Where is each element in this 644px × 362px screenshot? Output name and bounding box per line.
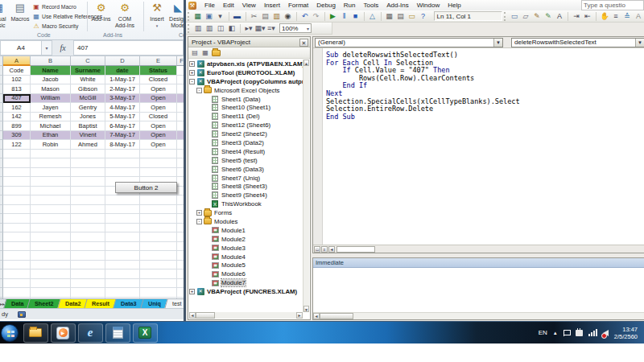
view-excel-icon[interactable]: ▦	[192, 11, 203, 22]
empty-cell[interactable]	[177, 113, 184, 122]
outdent-icon[interactable]: ⇤	[583, 11, 593, 22]
empty-cell[interactable]	[71, 232, 105, 242]
empty-cell[interactable]	[31, 187, 71, 196]
scroll-left-arrow[interactable]: ◄	[313, 313, 320, 319]
menu-format[interactable]: Format	[284, 2, 312, 9]
column-header-A[interactable]: A	[3, 56, 31, 66]
empty-cell[interactable]	[177, 131, 184, 141]
column-header-D[interactable]: D	[105, 56, 140, 66]
tree-item[interactable]: -Microsoft Excel Objects	[189, 86, 303, 95]
menu-file[interactable]: File	[200, 2, 219, 9]
group-icon[interactable]: ◫	[216, 23, 226, 34]
empty-cell[interactable]	[177, 84, 184, 94]
empty-cell[interactable]	[177, 224, 184, 233]
cell[interactable]: White	[71, 76, 105, 85]
bring-front-icon[interactable]: ▥	[193, 23, 204, 34]
find-icon[interactable]: ◉	[283, 11, 293, 22]
menu-debug[interactable]: Debug	[312, 2, 340, 9]
cell[interactable]: Closed	[140, 76, 177, 85]
save-icon[interactable]: ▬	[232, 11, 242, 22]
empty-cell[interactable]	[3, 232, 31, 242]
code-line[interactable]: End If	[326, 82, 644, 90]
tree-item[interactable]: XThisWorkbook	[189, 200, 303, 208]
cell[interactable]: 6-May-17	[105, 121, 140, 131]
volume-muted-icon[interactable]	[603, 330, 609, 336]
toolbox-icon[interactable]: ▭	[407, 11, 417, 22]
empty-cell[interactable]	[105, 205, 140, 215]
cell[interactable]: Jacob	[31, 76, 71, 85]
collapse-icon[interactable]: -	[189, 79, 195, 84]
cell[interactable]: Michael	[31, 121, 71, 131]
tree-item[interactable]: Sheet10 (Sheet1)	[189, 103, 303, 112]
list-properties-icon[interactable]: ▭	[510, 11, 520, 22]
expand-icon[interactable]: +	[189, 61, 195, 67]
empty-cell[interactable]	[71, 224, 105, 233]
empty-cell[interactable]	[105, 195, 140, 205]
empty-cell[interactable]	[105, 168, 140, 178]
empty-cell[interactable]	[177, 187, 184, 196]
empty-cell[interactable]	[71, 187, 105, 196]
empty-cell[interactable]	[31, 251, 71, 261]
cell[interactable]: Ahmed	[71, 140, 105, 150]
properties-icon[interactable]: ▤	[395, 11, 406, 22]
tree-item[interactable]: Sheet11 (Del)	[189, 112, 303, 121]
column-header-C[interactable]: C	[71, 56, 105, 66]
scroll-left-arrow[interactable]: ◄	[189, 312, 196, 319]
empty-cell[interactable]	[31, 177, 71, 187]
tree-item[interactable]: Sheet2 (Sheet2)	[189, 130, 303, 138]
table-header-cell[interactable]: Name	[31, 66, 71, 76]
empty-cell[interactable]	[105, 150, 140, 159]
cell[interactable]: Jayen	[31, 103, 71, 113]
procedure-dropdown[interactable]: deleteRowswithSelectedText ▼	[511, 38, 644, 47]
empty-cell[interactable]	[71, 195, 105, 205]
complete-word-icon[interactable]: A	[555, 11, 565, 22]
project-tree-vertical-scrollbar[interactable]: ▲ ▼	[303, 60, 309, 312]
start-button[interactable]	[1, 324, 19, 342]
help-icon[interactable]: ?	[418, 11, 428, 22]
empty-cell[interactable]	[177, 242, 184, 252]
empty-cell[interactable]	[177, 177, 184, 187]
empty-cell[interactable]	[3, 288, 31, 298]
cell[interactable]: William	[31, 94, 71, 104]
cell[interactable]: Robin	[31, 140, 71, 150]
immediate-window-body[interactable]	[313, 268, 644, 312]
taskbar-item-media-player[interactable]: ▶	[51, 323, 76, 343]
spreadsheet-grid[interactable]: ABCDEFCodeNameSurnamedateStatus102JacobW…	[0, 56, 184, 298]
cell[interactable]: 8-May-17	[105, 140, 140, 150]
center-icon[interactable]: ▦▾	[255, 23, 266, 34]
scroll-up-arrow[interactable]: ▲	[303, 60, 309, 66]
empty-cell[interactable]	[177, 94, 184, 104]
empty-cell[interactable]	[105, 269, 140, 279]
comment-block-icon[interactable]: ✋	[600, 11, 610, 22]
empty-cell[interactable]	[105, 279, 140, 289]
formula-input[interactable]: 407	[73, 40, 184, 56]
empty-cell[interactable]	[177, 269, 184, 279]
empty-cell[interactable]	[140, 232, 177, 242]
tree-item[interactable]: Sheet6 (Data3)	[189, 165, 303, 174]
list-constants-icon[interactable]: ▱	[521, 11, 531, 22]
sheet-tab-test[interactable]: test	[164, 299, 184, 308]
immediate-window-title[interactable]: Immediate	[313, 258, 644, 268]
run-icon[interactable]: ▶	[328, 11, 338, 22]
show-hidden-icons-arrow[interactable]: ▲	[553, 331, 558, 335]
tree-item[interactable]: Module2	[189, 235, 303, 244]
empty-cell[interactable]	[3, 187, 31, 196]
code-editor[interactable]: Sub deleteRowswithSelectedText()For Each…	[313, 48, 644, 245]
menu-window[interactable]: Window	[413, 2, 444, 9]
empty-cell[interactable]	[140, 150, 177, 159]
scrollbar-thumb[interactable]	[336, 246, 375, 253]
cell[interactable]: Open	[140, 140, 177, 150]
empty-cell[interactable]	[140, 279, 177, 289]
cell[interactable]: 102	[3, 76, 31, 85]
cell[interactable]: Open	[140, 103, 177, 113]
empty-cell[interactable]	[31, 224, 71, 233]
empty-cell[interactable]	[177, 140, 184, 150]
empty-cell[interactable]	[3, 251, 31, 261]
zoom-combobox[interactable]: 100% ▾	[279, 23, 312, 33]
next-bookmark-icon[interactable]: A	[634, 11, 644, 22]
empty-cell[interactable]	[3, 150, 31, 159]
cell[interactable]: Ethan	[31, 131, 71, 141]
cell[interactable]: Mason	[31, 84, 71, 94]
tree-item[interactable]: +✕EuroTool (EUROTOOL.XLAM)	[189, 68, 303, 77]
undo-icon[interactable]: ↶	[299, 11, 310, 22]
